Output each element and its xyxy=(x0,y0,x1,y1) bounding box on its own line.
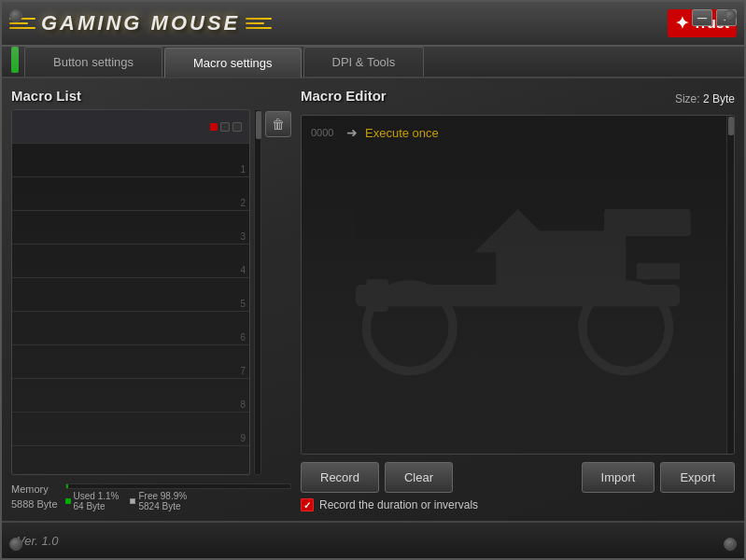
title-line-2 xyxy=(9,22,28,24)
memory-bar-fill xyxy=(66,484,69,488)
trash-icon: 🗑 xyxy=(272,117,285,132)
arrow-right-icon: ➜ xyxy=(346,125,358,140)
memory-bar xyxy=(65,483,291,489)
bottom-buttons: Record Clear Import Export xyxy=(301,462,735,493)
list-item[interactable] xyxy=(12,110,249,144)
list-item-num: 4 xyxy=(240,265,246,275)
tab-button-settings[interactable]: Button settings xyxy=(24,47,162,77)
editor-area: 0000 ➜ Execute once xyxy=(301,115,735,455)
list-item[interactable]: 8 xyxy=(12,379,249,413)
delete-button[interactable]: 🗑 xyxy=(265,111,291,137)
record-checkbox[interactable]: ✓ xyxy=(301,498,314,511)
list-item[interactable]: 3 xyxy=(12,211,249,245)
titlebar: GAMING MOUSE ✦ Trust — ✕ xyxy=(2,2,744,47)
macro-list-box[interactable]: 1 2 3 4 5 6 xyxy=(11,109,250,475)
list-item-num: 7 xyxy=(240,366,246,376)
import-button[interactable]: Import xyxy=(582,462,655,493)
list-item[interactable]: 6 xyxy=(12,312,249,345)
list-item-num: 5 xyxy=(240,299,246,309)
dot-dark-1 xyxy=(220,122,230,132)
tab-dpi-tools[interactable]: DPI & Tools xyxy=(303,47,425,77)
editor-header: Macro Editor Size: 2 Byte xyxy=(301,88,735,109)
trust-x-icon: ✦ xyxy=(675,13,689,34)
screw-bottom-left xyxy=(9,538,22,551)
macro-dots xyxy=(210,122,242,132)
editor-row: 0000 ➜ Execute once xyxy=(307,121,721,144)
dot-red xyxy=(210,123,218,131)
mem-used-dot xyxy=(65,498,71,504)
list-item-num: 3 xyxy=(240,231,246,242)
clear-button[interactable]: Clear xyxy=(385,462,453,493)
tabbar: Button settings Macro settings DPI & Too… xyxy=(2,47,744,78)
export-button[interactable]: Export xyxy=(660,462,735,493)
memory-section: Memory 5888 Byte Used 1.1% 64 Byte xyxy=(11,483,291,511)
record-button[interactable]: Record xyxy=(301,462,379,493)
list-item[interactable]: 1 xyxy=(12,144,249,177)
main-content: Macro List 1 2 xyxy=(2,78,744,521)
list-item-num: 9 xyxy=(240,433,246,443)
list-item[interactable]: 4 xyxy=(12,245,249,278)
minimize-icon: — xyxy=(697,13,707,23)
execute-text: Execute once xyxy=(365,126,439,140)
macro-editor-title: Macro Editor xyxy=(301,88,387,104)
minimize-button[interactable]: — xyxy=(692,9,712,26)
import-export-group: Import Export xyxy=(582,462,735,493)
record-checkbox-label: Record the duration or invervals xyxy=(319,498,478,511)
tab-macro-settings[interactable]: Macro settings xyxy=(164,48,302,77)
list-item[interactable]: 9 xyxy=(12,413,249,446)
app-title: GAMING MOUSE xyxy=(41,11,240,35)
dot-dark-2 xyxy=(232,122,242,132)
memory-bar-container: Used 1.1% 64 Byte Free 98.9% 5824 Byte xyxy=(65,483,291,511)
title-line-r3 xyxy=(246,27,272,29)
title-line-r1 xyxy=(246,18,272,20)
macro-list-title: Macro List xyxy=(11,88,291,104)
title-line-r2 xyxy=(246,22,264,24)
row-number: 0000 xyxy=(311,127,339,138)
list-item-num: 8 xyxy=(240,399,246,410)
mem-free-dot xyxy=(130,498,135,504)
version-text: Ver. 1.0 xyxy=(17,534,59,548)
screw-top-right xyxy=(724,9,737,22)
record-checkbox-row: ✓ Record the duration or invervals xyxy=(301,498,735,511)
screw-top-left xyxy=(9,9,22,22)
memory-used: Used 1.1% 64 Byte xyxy=(65,491,120,511)
list-item[interactable]: 5 xyxy=(12,278,249,312)
memory-free: Free 98.9% 5824 Byte xyxy=(130,491,187,511)
list-item[interactable]: 7 xyxy=(12,345,249,379)
scrollbar-thumb xyxy=(256,111,261,139)
screw-bottom-right xyxy=(724,538,737,551)
right-panel: Macro Editor Size: 2 Byte xyxy=(301,88,735,511)
list-item[interactable]: 2 xyxy=(12,177,249,211)
size-value: 2 Byte xyxy=(703,92,735,105)
bottom-controls: Record Clear Import Export ✓ Record the … xyxy=(301,462,735,511)
macro-list-container: 1 2 3 4 5 6 xyxy=(11,109,291,475)
macro-list-scrollbar[interactable] xyxy=(254,109,261,475)
check-icon: ✓ xyxy=(303,500,311,511)
titlebar-left: GAMING MOUSE xyxy=(9,11,272,35)
list-item-num: 2 xyxy=(240,198,246,208)
main-window: GAMING MOUSE ✦ Trust — ✕ Button settings xyxy=(0,0,746,560)
editor-content: 0000 ➜ Execute once xyxy=(302,116,726,454)
title-lines-right xyxy=(246,18,272,29)
list-item-num: 6 xyxy=(240,332,246,343)
memory-label: Memory 5888 Byte xyxy=(11,483,58,511)
footer: Ver. 1.0 xyxy=(2,521,744,558)
list-item-num: 1 xyxy=(240,164,246,175)
title-line-3 xyxy=(9,27,35,29)
memory-stats: Used 1.1% 64 Byte Free 98.9% 5824 Byte xyxy=(65,491,291,511)
tab-active-indicator xyxy=(11,47,19,73)
size-info: Size: 2 Byte xyxy=(675,92,735,105)
left-panel: Macro List 1 2 xyxy=(11,88,291,511)
